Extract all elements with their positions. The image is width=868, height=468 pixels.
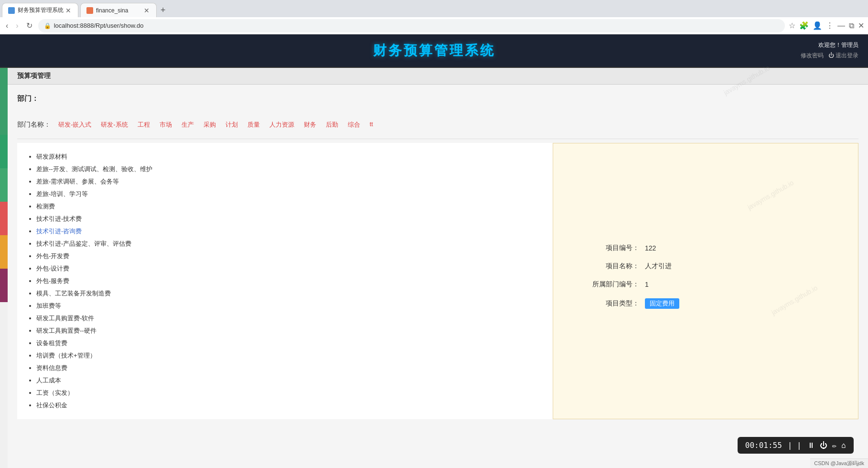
close-window-icon[interactable]: ✕ (858, 21, 864, 30)
minimize-icon[interactable]: — (837, 22, 845, 30)
dept-tab-t11[interactable]: 后勤 (322, 120, 342, 130)
back-button[interactable]: ‹ (4, 21, 10, 31)
dept-tab-t8[interactable]: 质量 (244, 120, 264, 130)
bookmark-star-icon[interactable]: ☆ (789, 21, 795, 30)
dept-tab-t10[interactable]: 财务 (300, 120, 320, 130)
list-item: 工资（实发） (36, 387, 543, 399)
app-header: 财务预算管理系统 欢迎您！管理员 修改密码 ⏻ 退出登录 (0, 34, 868, 68)
list-item: 培训费（技术+管理） (36, 349, 543, 362)
left-column: 研发原材料差旅--开发、测试调试、检测、验收、维护差旅-需求调研、参展、会务等差… (17, 143, 553, 419)
list-item: 检测费 (36, 200, 543, 213)
list-item: 研发原材料 (36, 151, 543, 163)
dept-tabs: 研发-嵌入式研发-系统工程市场生产采购计划质量人力资源财务后勤综合tt (54, 117, 377, 133)
dept-name-row: 部门名称： 研发-嵌入式研发-系统工程市场生产采购计划质量人力资源财务后勤综合t… (17, 117, 858, 133)
list-item: 研发工具购置费--硬件 (36, 325, 543, 337)
sidebar-item-6[interactable] (0, 269, 8, 302)
list-item: 差旅-培训、学习等 (36, 188, 543, 200)
tab-label-1: 财务预算管理系统 (18, 6, 64, 14)
dept-no-label: 所属部门编号： (582, 280, 639, 289)
two-column-layout: 研发原材料差旅--开发、测试调试、检测、验收、维护差旅-需求调研、参展、会务等差… (17, 143, 858, 419)
dept-tab-t9[interactable]: 人力资源 (266, 120, 298, 130)
timer-edit-icon[interactable]: ✏ (832, 441, 837, 450)
sidebar-item-3[interactable] (0, 168, 8, 202)
restore-icon[interactable]: ⧉ (849, 22, 854, 30)
dept-tab-t7[interactable]: 计划 (222, 120, 242, 130)
sidebar (0, 68, 8, 468)
list-item[interactable]: 技术引进-咨询费 (36, 225, 543, 238)
tab-label-2: finance_sina (96, 7, 128, 14)
sidebar-item-2[interactable] (0, 135, 8, 168)
app-title: 财务预算管理系统 (373, 42, 495, 60)
refresh-button[interactable]: ↻ (24, 20, 34, 31)
tab-2[interactable]: finance_sina ✕ (80, 3, 157, 17)
address-bar: ‹ › ↻ 🔒 localhost:8888/Rpt/user/show.do … (0, 17, 868, 34)
timer-power-icon[interactable]: ⏻ (820, 441, 827, 450)
detail-row-project-type: 项目类型： 固定费用 (582, 298, 829, 309)
dept-tab-t13[interactable]: tt (366, 120, 377, 130)
footer-label: CSDN @Java源码jdk (814, 460, 864, 466)
url-text: localhost:8888/Rpt/user/show.do (54, 22, 144, 29)
list-item: 社保公积金 (36, 399, 543, 412)
forward-button[interactable]: › (14, 21, 20, 31)
url-box[interactable]: 🔒 localhost:8888/Rpt/user/show.do (38, 19, 785, 33)
dept-section-label: 部门： (17, 94, 39, 103)
dept-name-label: 部门名称： (17, 120, 51, 129)
tab-close-1[interactable]: ✕ (64, 7, 72, 14)
sidebar-item-0[interactable] (0, 68, 8, 101)
list-item: 差旅-需求调研、参展、会务等 (36, 175, 543, 188)
timer-icons: ⏸ ⏻ ✏ ⌂ (807, 441, 846, 450)
tab-favicon-2 (86, 7, 93, 14)
power-icon: ⏻ (828, 52, 834, 59)
dept-tab-t6[interactable]: 采购 (200, 120, 220, 130)
detail-row-project-name: 项目名称： 人才引进 (582, 262, 829, 271)
dept-tab-t4[interactable]: 市场 (156, 120, 176, 130)
logout-link[interactable]: 退出登录 (836, 52, 858, 59)
timer-home-icon[interactable]: ⌂ (841, 441, 846, 450)
sidebar-item-5[interactable] (0, 235, 8, 269)
sidebar-item-4[interactable] (0, 202, 8, 235)
project-name-value: 人才引进 (645, 262, 672, 271)
dept-no-value: 1 (645, 281, 649, 288)
list-item: 设备租赁费 (36, 337, 543, 349)
timer-widget: 00:01:55 | | ⏸ ⏻ ✏ ⌂ (738, 437, 854, 454)
list-item: 技术引进-技术费 (36, 213, 543, 225)
dept-tab-t1[interactable]: 研发-嵌入式 (54, 120, 95, 130)
dept-tab-t12[interactable]: 综合 (344, 120, 364, 130)
detail-row-project-no: 项目编号： 122 (582, 244, 829, 252)
right-column-detail: 项目编号： 122 项目名称： 人才引进 所属部门编号： 1 项目类型： 固定费… (553, 143, 858, 419)
sidebar-item-1[interactable] (0, 101, 8, 135)
change-password-link[interactable]: 修改密码 (801, 52, 824, 59)
tab-favicon-1 (8, 7, 15, 14)
dept-tab-t5[interactable]: 生产 (178, 120, 198, 130)
timer-time: 00:01:55 (745, 441, 782, 450)
list-item: 外包-开发费 (36, 250, 543, 262)
breadcrumb: 预算项管理 (8, 68, 868, 85)
profile-icon[interactable]: 👤 (813, 21, 822, 30)
list-item: 人工成本 (36, 374, 543, 387)
project-name-label: 项目名称： (582, 262, 639, 271)
welcome-text: 欢迎您！管理员 (801, 40, 858, 51)
list-item: 外包-服务费 (36, 275, 543, 287)
project-type-badge: 固定费用 (645, 298, 679, 309)
list-item: 资料信息费 (36, 362, 543, 374)
tab-close-2[interactable]: ✕ (143, 7, 150, 14)
timer-pause-icon[interactable]: ⏸ (807, 441, 815, 450)
dept-tab-t2[interactable]: 研发-系统 (97, 120, 131, 130)
list-item: 技术引进-产品鉴定、评审、评估费 (36, 238, 543, 250)
timer-bar-icon: | | (788, 441, 802, 450)
menu-icon[interactable]: ⋮ (826, 21, 834, 30)
new-tab-button[interactable]: + (157, 5, 170, 15)
list-item: 加班费等 (36, 300, 543, 312)
list-item: 外包-设计费 (36, 262, 543, 275)
list-item-link-6[interactable]: 技术引进-咨询费 (36, 228, 82, 235)
tab-active[interactable]: 财务预算管理系统 ✕ (2, 3, 78, 17)
layout: 预算项管理 部门： 部门名称： 研发-嵌入式研发-系统工程市场生产采购计划质量人… (0, 68, 868, 468)
extensions-icon[interactable]: 🧩 (799, 21, 809, 30)
list-item: 差旅--开发、测试调试、检测、验收、维护 (36, 163, 543, 175)
detail-row-dept-no: 所属部门编号： 1 (582, 280, 829, 289)
browser-right-icons: ☆ 🧩 👤 ⋮ — ⧉ ✕ (789, 21, 864, 30)
project-list: 研发原材料差旅--开发、测试调试、检测、验收、维护差旅-需求调研、参展、会务等差… (27, 151, 543, 412)
project-no-value: 122 (645, 244, 656, 252)
browser-chrome: 财务预算管理系统 ✕ finance_sina ✕ + ‹ › ↻ 🔒 loca… (0, 0, 868, 34)
dept-tab-t3[interactable]: 工程 (134, 120, 154, 130)
